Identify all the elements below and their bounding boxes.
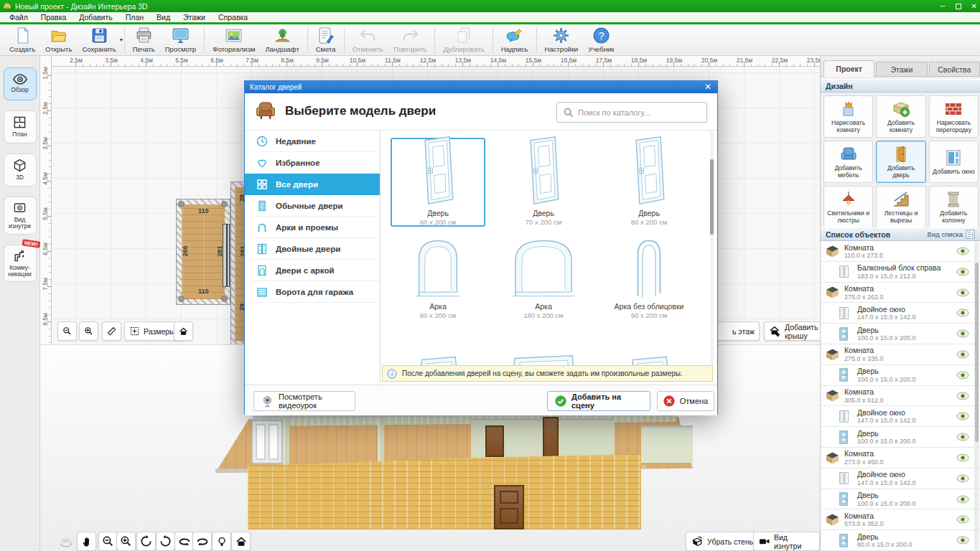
maximize-icon[interactable] [956, 4, 961, 9]
sidebar-item-Видизнутри[interactable]: Вид изнутри [4, 197, 37, 235]
rotate-vertical-right-button[interactable] [156, 532, 175, 551]
catalog-item[interactable] [391, 324, 485, 365]
dialog-close-icon[interactable]: ✕ [703, 82, 713, 92]
tab-Проект[interactable]: Проект [823, 60, 874, 77]
object-row-Двойное окно[interactable]: Двойное окно147.0 x 15.0 x 142.0 [821, 468, 980, 489]
toolbar-button-Создать[interactable]: Создать [4, 25, 40, 55]
save-dropdown-icon[interactable]: ▾ [120, 37, 123, 43]
watch-video-button[interactable]: Посмотреть видеоурок [253, 391, 355, 411]
remove-walls-button[interactable]: Убрать стены [686, 532, 760, 551]
toolbar-button-Ландшафт[interactable]: Ландшафт [261, 25, 304, 55]
category-Избранное[interactable]: Избранное [251, 152, 380, 174]
catalog-scrollbar[interactable] [710, 131, 714, 365]
object-row-Балконный блок справа[interactable]: Балконный блок справа183.0 x 15.0 x 212.… [821, 262, 980, 283]
design-button-Нарисовать перегородку[interactable]: Нарисовать перегородку [929, 95, 979, 138]
zoom-in-button[interactable] [116, 532, 136, 551]
design-button-Добавить комнату[interactable]: Добавить комнату [876, 95, 925, 138]
lighting-button[interactable] [212, 532, 231, 551]
sidebar-item-Комму-никации[interactable]: Комму- никацииNEW! [4, 245, 37, 283]
category-Двойные двери[interactable]: Двойные двери [251, 238, 380, 260]
visibility-eye-icon[interactable] [956, 268, 969, 276]
catalog-item-Арка без облицовки[interactable]: Арка без облицовки90 x 200 см [602, 231, 696, 320]
sidebar-item-План[interactable]: План [4, 110, 37, 143]
visibility-eye-icon[interactable] [956, 247, 969, 255]
add-floor-button[interactable]: ь этаж [717, 321, 760, 341]
object-row-Дверь[interactable]: Дверь80.0 x 15.0 x 200.0 [821, 530, 980, 551]
sidebar-item-3D[interactable]: 3D [4, 154, 37, 187]
catalog-item-Дверь[interactable]: Дверь70 x 200 см [496, 138, 591, 227]
search-input[interactable] [578, 108, 701, 117]
menu-item-Добавить[interactable]: Добавить [73, 13, 118, 22]
visibility-eye-icon[interactable] [956, 536, 969, 545]
toolbar-button-Открыть[interactable]: Открыть [40, 25, 77, 55]
visibility-eye-icon[interactable] [956, 495, 969, 504]
menu-item-Правка[interactable]: Правка [34, 13, 73, 22]
design-button-Добавить дверь[interactable]: Добавить дверь [876, 141, 925, 183]
toolbar-button-Просмотр[interactable]: Просмотр [160, 25, 201, 55]
visibility-eye-icon[interactable] [956, 453, 969, 462]
menu-item-Вид[interactable]: Вид [150, 13, 177, 22]
plan-zoom-in-button[interactable] [79, 321, 98, 341]
design-button-Светильники и люстры[interactable]: Светильники и люстры [823, 186, 873, 228]
design-button-Нарисовать комнату[interactable]: Нарисовать комнату [823, 95, 873, 138]
design-button-Добавить окно[interactable]: Добавить окно [929, 141, 979, 183]
visibility-eye-icon[interactable] [956, 433, 969, 441]
catalog-search[interactable] [556, 102, 707, 123]
catalog-item-Арка[interactable]: Арка80 x 200 см [391, 231, 485, 320]
toolbar-button-Смета[interactable]: Смета [311, 25, 341, 55]
category-Двери с аркой[interactable]: Двери с аркой [251, 260, 380, 281]
visibility-eye-icon[interactable] [956, 329, 969, 338]
category-Недавние[interactable]: Недавние [251, 131, 380, 152]
visibility-eye-icon[interactable] [956, 288, 969, 297]
visibility-eye-icon[interactable] [956, 309, 969, 317]
zoom-out-button[interactable] [98, 532, 118, 551]
toolbar-button-Печать[interactable]: Печать [128, 25, 160, 55]
object-row-Комната[interactable]: Комната275.0 x 335.0 [821, 344, 980, 365]
object-row-Комната[interactable]: Комната305.0 x 612.0 [821, 386, 980, 407]
close-icon[interactable]: ✕ [971, 2, 977, 10]
toolbar-button-Настройки[interactable]: Настройки [540, 25, 584, 55]
menu-item-Справка[interactable]: Справка [212, 13, 254, 22]
toolbar-button-Фотореализм[interactable]: Фотореализм [207, 25, 260, 55]
minimize-icon[interactable]: ─ [941, 2, 946, 10]
category-Арки и проемы[interactable]: Арки и проемы [251, 217, 380, 238]
dimensions-toggle-button[interactable]: Размеры [124, 321, 180, 341]
selection-handle[interactable] [221, 201, 228, 207]
pan-hand-button[interactable] [77, 532, 96, 551]
balcony-window-block[interactable] [223, 224, 230, 287]
object-row-Комната[interactable]: Комната573.0 x 352.0 [821, 509, 980, 530]
object-row-Дверь[interactable]: Дверь100.0 x 15.0 x 200.0 [821, 489, 980, 510]
add-to-scene-button[interactable]: Добавить на сцену [547, 391, 650, 411]
toolbar-button-Надпись[interactable]: Надпись [496, 25, 533, 55]
object-row-Комната[interactable]: Комната110.0 x 273.5 [821, 241, 980, 262]
menu-item-План[interactable]: План [119, 13, 150, 22]
catalog-item[interactable] [602, 324, 696, 365]
selection-handle[interactable] [221, 296, 228, 302]
objects-scrollbar[interactable] [974, 241, 979, 551]
selection-handle[interactable] [178, 296, 185, 302]
object-row-Комната[interactable]: Комната275.0 x 262.0 [821, 283, 980, 303]
object-row-Дверь[interactable]: Дверь100.0 x 15.0 x 200.0 [821, 365, 980, 386]
visibility-eye-icon[interactable] [956, 392, 969, 400]
rotate-horizontal-left-button[interactable] [174, 532, 194, 551]
menu-item-Файл[interactable]: Файл [3, 13, 34, 22]
design-button-Добавить колонну[interactable]: Добавить колонну [929, 186, 979, 228]
selection-handle[interactable] [178, 201, 185, 207]
sidebar-item-Обзор[interactable]: Обзор [4, 67, 37, 100]
catalog-item-Арка[interactable]: Арка180 x 200 см [496, 231, 591, 320]
toolbar-button-Сохранить[interactable]: Сохранить▾ [77, 25, 121, 55]
visibility-eye-icon[interactable] [956, 412, 969, 420]
add-roof-button[interactable]: Добавить крышу [764, 321, 820, 341]
list-view-toggle[interactable]: Вид списка [928, 230, 975, 239]
catalog-item-Дверь[interactable]: Дверь60 x 200 см [391, 138, 485, 227]
visibility-eye-icon[interactable] [956, 350, 969, 359]
design-button-Лестницы и вырезы[interactable]: Лестницы и вырезы [876, 186, 925, 228]
rotate-horizontal-right-button[interactable] [192, 532, 212, 551]
cancel-button[interactable]: Отмена [657, 391, 714, 411]
toolbar-button-Учебник[interactable]: ?Учебник [583, 25, 619, 55]
catalog-item-Дверь[interactable]: Дверь80 x 200 см [602, 138, 696, 227]
object-row-Дверь[interactable]: Дверь100.0 x 15.0 x 200.0 [821, 427, 980, 448]
visibility-eye-icon[interactable] [956, 371, 969, 380]
reset-view-button[interactable] [231, 532, 251, 551]
measure-ruler-button[interactable] [102, 321, 121, 341]
